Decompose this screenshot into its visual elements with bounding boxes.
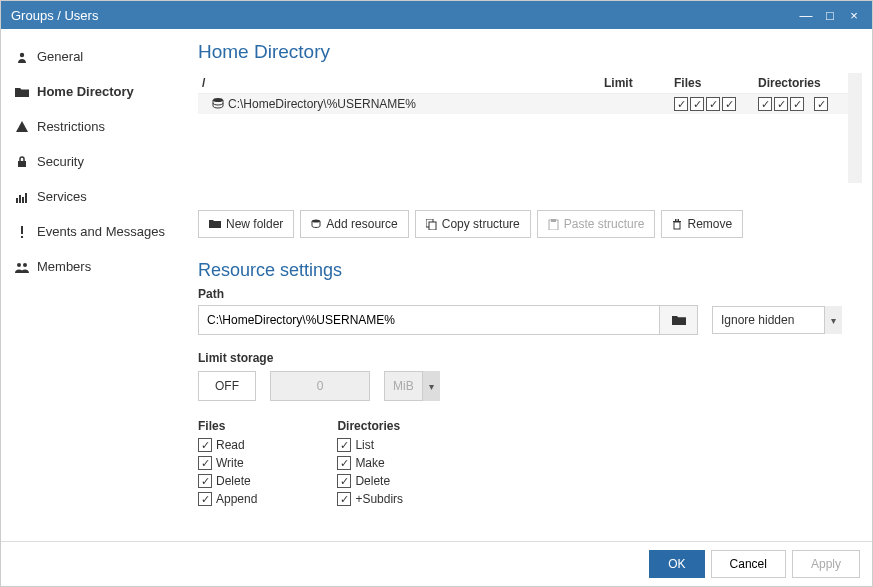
sidebar-item-label: Security	[37, 154, 84, 169]
perm-check-dir-delete[interactable]: ✓	[337, 474, 351, 488]
sidebar-item-label: Members	[37, 259, 91, 274]
sidebar-item-members[interactable]: Members	[1, 249, 186, 284]
window-title: Groups / Users	[11, 8, 798, 23]
tree-dir-check[interactable]: ✓	[790, 97, 804, 111]
sidebar-item-home-directory[interactable]: Home Directory	[1, 74, 186, 109]
perm-check-append[interactable]: ✓	[198, 492, 212, 506]
dirs-perms: Directories ✓List ✓Make ✓Delete ✓+Subdir…	[337, 419, 403, 510]
page-title: Home Directory	[198, 41, 848, 63]
svg-point-10	[213, 98, 223, 102]
files-perms: Files ✓Read ✓Write ✓Delete ✓Append	[198, 419, 257, 510]
svg-rect-5	[25, 193, 27, 203]
resource-settings-title: Resource settings	[198, 260, 848, 281]
tree-header-files: Files	[674, 76, 758, 90]
perm-check-write[interactable]: ✓	[198, 456, 212, 470]
copy-icon	[426, 219, 437, 230]
tree-file-check[interactable]: ✓	[722, 97, 736, 111]
new-folder-button[interactable]: New folder	[198, 210, 294, 238]
tree-scrollbar[interactable]	[848, 73, 862, 183]
paste-structure-button: Paste structure	[537, 210, 656, 238]
chevron-down-icon[interactable]: ▾	[824, 306, 842, 334]
svg-rect-18	[676, 219, 679, 221]
add-resource-button[interactable]: Add resource	[300, 210, 408, 238]
svg-rect-4	[22, 197, 24, 203]
close-button[interactable]: ×	[846, 7, 862, 23]
cancel-button[interactable]: Cancel	[711, 550, 786, 578]
sidebar-item-label: General	[37, 49, 83, 64]
sidebar-item-restrictions[interactable]: Restrictions	[1, 109, 186, 144]
resource-tree: / Limit Files Directories C:\HomeDirecto…	[198, 73, 848, 114]
exclaim-icon	[15, 225, 29, 239]
perm-check-list[interactable]: ✓	[337, 438, 351, 452]
tree-header-limit: Limit	[604, 76, 674, 90]
svg-rect-7	[21, 236, 23, 238]
sidebar-item-general[interactable]: General	[1, 39, 186, 74]
tree-row-path: C:\HomeDirectory\%USERNAME%	[228, 97, 416, 111]
tree-dir-check[interactable]: ✓	[814, 97, 828, 111]
tree-header: / Limit Files Directories	[198, 73, 848, 94]
titlebar: Groups / Users — □ ×	[1, 1, 872, 29]
dirs-perms-title: Directories	[337, 419, 403, 433]
folder-icon	[209, 219, 221, 229]
bars-icon	[15, 190, 29, 204]
tree-header-dirs: Directories	[758, 76, 848, 90]
svg-point-9	[23, 263, 27, 267]
tree-toolbar: New folder Add resource Copy structure P…	[198, 210, 848, 238]
database-icon	[311, 219, 321, 229]
perm-check-read[interactable]: ✓	[198, 438, 212, 452]
sidebar-item-label: Restrictions	[37, 119, 105, 134]
svg-rect-2	[16, 198, 18, 203]
trash-icon	[672, 219, 682, 230]
svg-point-11	[312, 220, 320, 223]
svg-rect-6	[21, 226, 23, 234]
main-panel: Home Directory / Limit Files Directories…	[186, 29, 872, 541]
ok-button[interactable]: OK	[649, 550, 704, 578]
svg-rect-17	[674, 222, 680, 229]
svg-rect-13	[429, 222, 436, 230]
warning-icon	[15, 120, 29, 134]
svg-rect-15	[551, 219, 556, 222]
perm-check-make[interactable]: ✓	[337, 456, 351, 470]
minimize-button[interactable]: —	[798, 7, 814, 23]
svg-point-8	[17, 263, 21, 267]
files-perms-title: Files	[198, 419, 257, 433]
tree-file-check[interactable]: ✓	[706, 97, 720, 111]
sidebar-item-label: Services	[37, 189, 87, 204]
hidden-select[interactable]: Ignore hidden	[712, 306, 842, 334]
sidebar-item-security[interactable]: Security	[1, 144, 186, 179]
tree-file-check[interactable]: ✓	[690, 97, 704, 111]
paste-icon	[548, 219, 559, 230]
perm-check-delete[interactable]: ✓	[198, 474, 212, 488]
svg-rect-3	[19, 195, 21, 203]
svg-point-0	[20, 52, 24, 56]
sidebar-item-services[interactable]: Services	[1, 179, 186, 214]
limit-storage-toggle[interactable]: OFF	[198, 371, 256, 401]
folder-icon	[15, 85, 29, 99]
dialog-footer: OK Cancel Apply	[1, 541, 872, 586]
maximize-button[interactable]: □	[822, 7, 838, 23]
remove-button[interactable]: Remove	[661, 210, 743, 238]
svg-rect-1	[18, 161, 26, 167]
sidebar: General Home Directory Restrictions Secu…	[1, 29, 186, 541]
apply-button: Apply	[792, 550, 860, 578]
sidebar-item-label: Home Directory	[37, 84, 134, 99]
sidebar-item-label: Events and Messages	[37, 224, 165, 239]
tree-file-check[interactable]: ✓	[674, 97, 688, 111]
lock-icon	[15, 155, 29, 169]
limit-storage-label: Limit storage	[198, 351, 848, 365]
tree-dir-check[interactable]: ✓	[774, 97, 788, 111]
path-label: Path	[198, 287, 848, 301]
tree-header-path: /	[198, 76, 604, 90]
folder-icon	[672, 315, 686, 326]
perm-check-subdirs[interactable]: ✓	[337, 492, 351, 506]
database-icon	[212, 98, 224, 110]
sidebar-item-events[interactable]: Events and Messages	[1, 214, 186, 249]
tree-row[interactable]: C:\HomeDirectory\%USERNAME% ✓ ✓ ✓ ✓ ✓ ✓ …	[198, 94, 848, 114]
path-input[interactable]	[198, 305, 660, 335]
tree-dir-check[interactable]: ✓	[758, 97, 772, 111]
chevron-down-icon: ▾	[422, 371, 440, 401]
limit-value-input	[270, 371, 370, 401]
copy-structure-button[interactable]: Copy structure	[415, 210, 531, 238]
group-icon	[15, 260, 29, 274]
browse-button[interactable]	[660, 305, 698, 335]
